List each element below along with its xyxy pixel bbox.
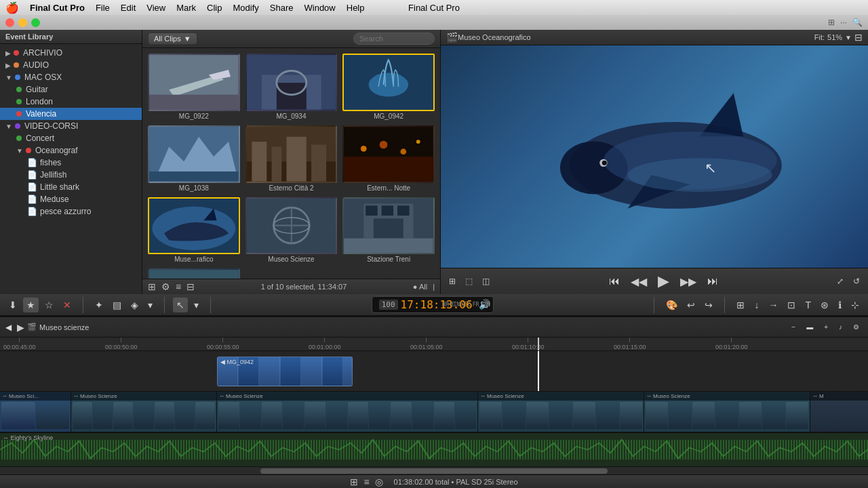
append-button[interactable]: → <box>765 298 781 312</box>
trim-button[interactable]: ▤ <box>109 298 125 312</box>
clip-mg0942[interactable]: ◀ MG_0942 <box>217 357 353 386</box>
import-button[interactable]: ⬇ <box>5 298 20 312</box>
tree-item-valencia[interactable]: Valencia <box>0 108 142 120</box>
clip-item-muse-rafico[interactable]: Muse...rafico <box>148 197 240 264</box>
event-library-tree[interactable]: ARCHIVIO AUDIO MAC OSX Guitar <box>0 44 142 294</box>
clip-item-museo-scienze[interactable]: Museo Scienze <box>245 197 338 264</box>
clip-item-stazione-treni[interactable]: Stazione Treni <box>342 197 435 264</box>
star-button[interactable]: ★ <box>23 298 39 312</box>
menu-file[interactable]: File <box>96 3 110 13</box>
menu-view[interactable]: View <box>146 3 165 13</box>
loop-button[interactable]: ↺ <box>850 275 863 287</box>
timeline-scroll-area[interactable]: 00:00:45:00 00:00:50:00 00:00:55:00 00:0… <box>0 338 868 474</box>
timeline-zoom-out[interactable]: − <box>788 321 799 333</box>
menu-clip[interactable]: Clip <box>207 3 222 13</box>
color-button[interactable]: 🎨 <box>663 298 681 312</box>
clip-item-esterno-citta2[interactable]: Esterno Città 2 <box>245 125 338 192</box>
viewer-rewind-button[interactable]: ◀◀ <box>628 274 650 289</box>
reject-button[interactable]: ✕ <box>60 298 75 312</box>
grid-view-icon[interactable]: ⊟ <box>186 281 195 292</box>
tree-item-little-shark[interactable]: 📄 Little shark <box>0 181 142 193</box>
viewer-prev-frame-button[interactable]: ⏮ <box>606 274 623 289</box>
sec-track-3[interactable]: ↔Museo Scienze <box>217 392 478 432</box>
list-view-icon[interactable]: ≡ <box>176 281 181 292</box>
tree-item-fishes[interactable]: 📄 fishes <box>0 157 142 169</box>
clip-item-mg1038[interactable]: MG_1038 <box>148 125 240 192</box>
select-button[interactable]: ↖ <box>173 298 188 312</box>
menu-edit[interactable]: Edit <box>121 3 136 13</box>
crop-button[interactable]: ◫ <box>479 275 492 287</box>
tree-item-oceanograf[interactable]: Oceanograf <box>0 144 142 157</box>
inspector-button[interactable]: ⊹ <box>848 298 863 312</box>
clip-item-esterno-notte[interactable]: Estern... Notte <box>342 125 435 192</box>
fit-dropdown-icon[interactable]: ▼ <box>845 34 852 41</box>
minimize-button[interactable] <box>18 18 27 27</box>
connect-button[interactable]: ⊞ <box>733 298 748 312</box>
dots-icon[interactable]: ··· <box>840 18 847 27</box>
tree-item-jellifish[interactable]: 📄 Jellifish <box>0 169 142 181</box>
apple-menu[interactable]: 🍎 <box>5 1 19 14</box>
tree-item-london[interactable]: London <box>0 96 142 108</box>
background-tasks-icon[interactable]: ◎ <box>375 476 383 487</box>
viewer-play-button[interactable]: ▶ <box>655 271 672 291</box>
redo-button[interactable]: ↪ <box>701 298 716 312</box>
clip-item-mg0942[interactable]: MG_0942 <box>342 54 435 120</box>
info-button[interactable]: ℹ <box>835 298 845 312</box>
clip-item-mg0934[interactable]: MG_0934 <box>245 54 338 120</box>
more-button[interactable]: ▾ <box>144 298 156 312</box>
viewer-next-frame-button[interactable]: ⏭ <box>705 274 721 289</box>
clip-appearance-button[interactable]: ⊞ <box>446 275 458 287</box>
timeline-back-button[interactable]: ◀ <box>5 323 12 332</box>
clip-item-mg0922[interactable]: MG_0922 <box>148 54 240 120</box>
fullscreen-button[interactable]: ⤢ <box>834 275 846 287</box>
clip-item-esterno-citta1[interactable]: Esterno Città 1 <box>148 268 240 279</box>
timeline-index-icon[interactable]: ≡ <box>363 476 369 487</box>
search-icon[interactable]: 🔍 <box>852 18 863 27</box>
tree-item-video-corsi[interactable]: VIDEO-CORSI <box>0 120 142 132</box>
tree-item-meduse[interactable]: 📄 Meduse <box>0 193 142 205</box>
menu-help[interactable]: Help <box>347 3 365 13</box>
select-dropdown-button[interactable]: ▾ <box>191 298 202 312</box>
timeline-zoom-bar[interactable]: ▬ <box>803 321 816 333</box>
menu-window[interactable]: Window <box>304 3 336 13</box>
timeline-zoom-in[interactable]: + <box>821 321 831 333</box>
title-button[interactable]: T <box>802 298 814 312</box>
menu-final-cut-pro[interactable]: Final Cut Pro <box>30 3 85 13</box>
timeline-settings[interactable]: ⚙ <box>850 321 863 333</box>
timeline-scrollbar[interactable] <box>0 466 868 474</box>
all-clips-dropdown[interactable]: All Clips ▼ <box>148 33 197 45</box>
sec-track-6[interactable]: ↔M <box>810 392 868 432</box>
star-outline-button[interactable]: ☆ <box>41 298 57 312</box>
gear-icon[interactable]: ⚙ <box>161 281 170 292</box>
media-import-icon[interactable]: ⊞ <box>350 476 358 487</box>
maximize-button[interactable] <box>31 18 40 27</box>
tree-item-concert[interactable]: Concert <box>0 132 142 144</box>
toggle-icon[interactable]: ⊞ <box>148 281 156 292</box>
grid-icon[interactable]: ⊞ <box>828 18 835 27</box>
tree-item-mac-osx[interactable]: MAC OSX <box>0 71 142 83</box>
tree-item-audio[interactable]: AUDIO <box>0 59 142 71</box>
tree-item-guitar[interactable]: Guitar <box>0 83 142 96</box>
browser-search-input[interactable] <box>353 33 435 45</box>
tree-item-pesce-azzurro[interactable]: 📄 pesce azzurro <box>0 205 142 218</box>
transform-button[interactable]: ⬚ <box>462 275 475 287</box>
tree-item-archivio[interactable]: ARCHIVIO <box>0 47 142 59</box>
magic-button[interactable]: ✦ <box>92 298 106 312</box>
sec-track-2[interactable]: ↔Museo Scienze <box>71 392 217 432</box>
viewer-fast-forward-button[interactable]: ▶▶ <box>677 274 699 289</box>
menu-modify[interactable]: Modify <box>233 3 259 13</box>
sec-track-1[interactable]: ↔Museo Sci... <box>0 392 71 432</box>
timeline-audio-toggle[interactable]: ♪ <box>835 321 846 333</box>
overwrite-button[interactable]: ⊡ <box>784 298 799 312</box>
generator-button[interactable]: ⊛ <box>817 298 832 312</box>
menu-mark[interactable]: Mark <box>176 3 196 13</box>
viewer-settings-icon[interactable]: ⊟ <box>854 32 863 43</box>
position-button[interactable]: ◈ <box>127 298 142 312</box>
scrollbar-thumb[interactable] <box>260 468 608 474</box>
clip-duration-icon[interactable]: | <box>433 283 435 291</box>
menu-share[interactable]: Share <box>270 3 294 13</box>
timeline-play-button[interactable]: ▶ <box>14 321 27 334</box>
close-button[interactable] <box>5 18 14 27</box>
sec-track-4[interactable]: ↔Museo Scienze <box>478 392 644 432</box>
sec-track-5[interactable]: ↔Museo Scienze <box>644 392 810 432</box>
